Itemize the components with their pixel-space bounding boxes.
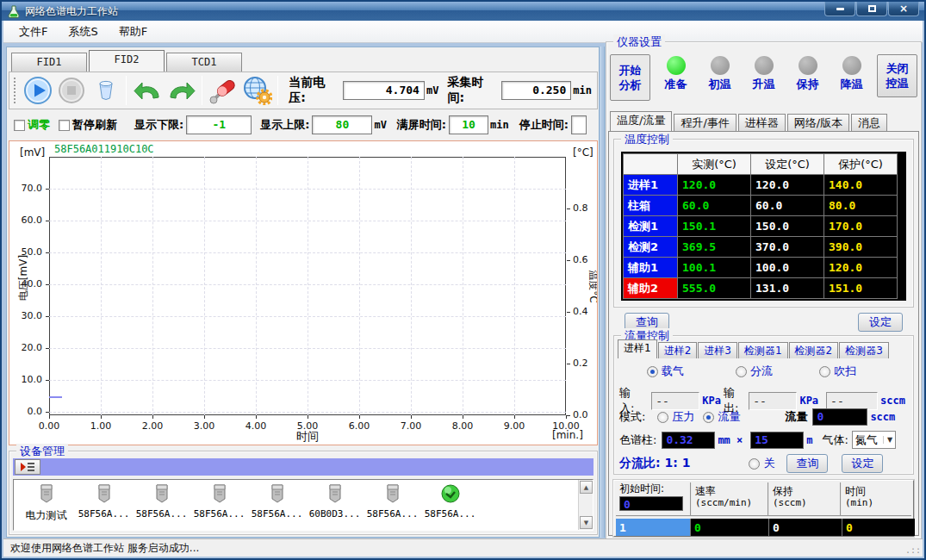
y2-axis-title: 温度°C [586, 264, 599, 310]
close-icon: × [899, 3, 908, 15]
column-diameter-field[interactable]: 0.32 [662, 432, 715, 449]
device-list-button[interactable] [15, 459, 40, 475]
cup-icon [92, 77, 120, 104]
tab-fid2[interactable]: FID2 [89, 50, 165, 72]
flow-tab-det3[interactable]: 检测器3 [839, 342, 889, 358]
split-radio[interactable] [736, 366, 747, 377]
flow-tab-inj1[interactable]: 进样1 [618, 339, 657, 358]
initial-time-field[interactable]: 0 [619, 496, 683, 511]
device-item[interactable]: 58F56A... [248, 482, 306, 523]
split-off-radio[interactable] [749, 458, 760, 470]
program-table-row[interactable]: 1 0 0 0 [616, 519, 911, 536]
pressure-mode-radio[interactable] [657, 412, 668, 423]
x-tick-label: 1.00 [84, 420, 118, 432]
x-tick [152, 415, 153, 419]
y-tick-label: 50.0 [9, 246, 42, 258]
pause-refresh-checkbox[interactable] [59, 120, 70, 131]
close-button[interactable]: × [888, 2, 919, 16]
start-analysis-button[interactable]: 开始 分析 [610, 54, 650, 101]
minimize-button[interactable] [824, 2, 855, 16]
y-tick-label: 70.0 [9, 183, 42, 194]
hold-light-label: 保持 [789, 77, 827, 92]
clear-curve-button[interactable] [89, 74, 122, 107]
resize-grip-icon[interactable]: .:: [905, 545, 921, 555]
panel-splitter[interactable] [600, 47, 605, 538]
tab-fid1[interactable]: FID1 [11, 53, 87, 72]
flow-mode-label: 流量 [718, 409, 740, 425]
output-pressure-field[interactable]: -- [749, 392, 797, 410]
flow-tab-det2[interactable]: 检测器2 [789, 342, 839, 358]
stop-icon [58, 77, 85, 104]
temp-measured-value: 60.0 [678, 196, 750, 215]
tab-network-version[interactable]: 网络/版本 [787, 114, 849, 131]
x-tick-label: 5.00 [290, 420, 325, 432]
device-list-scrollbar[interactable]: ▲ ▼ [578, 480, 593, 530]
undo-button[interactable] [130, 74, 164, 107]
tab-temp-flow[interactable]: 温度/流量 [610, 111, 672, 131]
maximize-icon [868, 5, 876, 12]
tab-program-events[interactable]: 程升/事件 [674, 114, 736, 131]
split-ratio-row: 分流比: 1: 1 关 查询 设定 [619, 454, 908, 473]
purge-radio[interactable] [819, 366, 830, 377]
title-bar: 网络色谱电力工作站 × [2, 2, 924, 21]
scroll-down-button[interactable]: ▼ [580, 516, 593, 529]
lower-limit-input[interactable]: -1 [186, 115, 252, 134]
tab-tcd1[interactable]: TCD1 [166, 53, 242, 72]
stop-acquisition-button[interactable] [54, 74, 88, 107]
y-tick [46, 252, 49, 253]
device-icon [35, 482, 58, 505]
temp-measured-value: 100.1 [678, 258, 750, 277]
output-kpa-unit: KPa [799, 395, 818, 407]
zero-checkbox[interactable] [14, 120, 25, 131]
temp-set-button[interactable]: 设定 [858, 313, 903, 332]
light-cooldown: 降温 [833, 54, 871, 92]
device-item[interactable]: 电力测试 [17, 482, 75, 523]
detector-tabs: FID1 FID2 TCD1 [11, 50, 244, 72]
device-item[interactable]: 58F56A... [133, 482, 190, 523]
device-item[interactable]: 58F56A... [190, 482, 248, 523]
temp-protect-value: 151.0 [824, 278, 897, 298]
x-tick-label: 4.00 [239, 420, 273, 432]
temp-col-header: 实测(°C) [678, 154, 750, 174]
redo-button[interactable] [165, 74, 198, 107]
menu-file[interactable]: 文件F [10, 22, 56, 42]
flow-tab-inj3[interactable]: 进样3 [698, 342, 737, 358]
flow-set-button[interactable]: 设定 [842, 454, 883, 473]
start-acquisition-button[interactable] [21, 74, 54, 107]
flow-tab-inj2[interactable]: 进样2 [658, 342, 698, 358]
carrier-gas-radio[interactable] [647, 366, 658, 377]
temperature-control-group: 温度控制 实测(°C)设定(°C)保护(°C)进样1120.0120.0140.… [613, 139, 914, 308]
stop-time-input[interactable] [571, 115, 587, 134]
toolbar-grip [13, 77, 16, 104]
y-axis-unit-label: [mV] [20, 146, 45, 159]
tab-injector[interactable]: 进样器 [738, 114, 786, 131]
flow-mode-radio[interactable] [703, 412, 714, 423]
flow-query-button[interactable]: 查询 [786, 454, 828, 473]
menu-system[interactable]: 系统S [59, 22, 106, 42]
status-lights: 准备 初温 升温 保持 降温 [650, 54, 877, 92]
gas-dropdown[interactable]: 氮气 ▼ [852, 431, 896, 449]
maximize-button[interactable] [856, 2, 887, 16]
calibration-tool-button[interactable] [206, 74, 239, 107]
network-settings-button[interactable] [240, 74, 274, 107]
output-flow-field[interactable]: -- [826, 392, 878, 410]
device-item[interactable]: 60B0D3... [306, 482, 364, 523]
tab-messages[interactable]: 消息 [851, 114, 887, 131]
voltage-unit-label: mV [426, 84, 438, 96]
column-length-field[interactable]: 15 [750, 432, 804, 449]
menu-help[interactable]: 帮助F [110, 22, 156, 42]
input-pressure-field[interactable]: -- [651, 392, 699, 410]
device-item[interactable]: 58F56A... [421, 482, 479, 523]
undo-arrow-icon [133, 76, 162, 105]
device-item[interactable]: 58F56A... [75, 482, 133, 523]
flow-tab-det1[interactable]: 检测器1 [738, 342, 788, 358]
device-item[interactable]: 58F56A... [364, 482, 421, 523]
close-temp-control-button[interactable]: 关闭 控温 [877, 54, 917, 97]
fullscreen-time-input[interactable]: 10 [449, 115, 488, 134]
device-icon [266, 482, 289, 505]
flow-value-field[interactable]: 0 [812, 408, 867, 426]
upper-limit-input[interactable]: 80 [312, 115, 372, 134]
gas-value: 氮气 [855, 432, 878, 448]
scroll-up-button[interactable]: ▲ [580, 481, 593, 494]
y2-tick [567, 415, 570, 416]
